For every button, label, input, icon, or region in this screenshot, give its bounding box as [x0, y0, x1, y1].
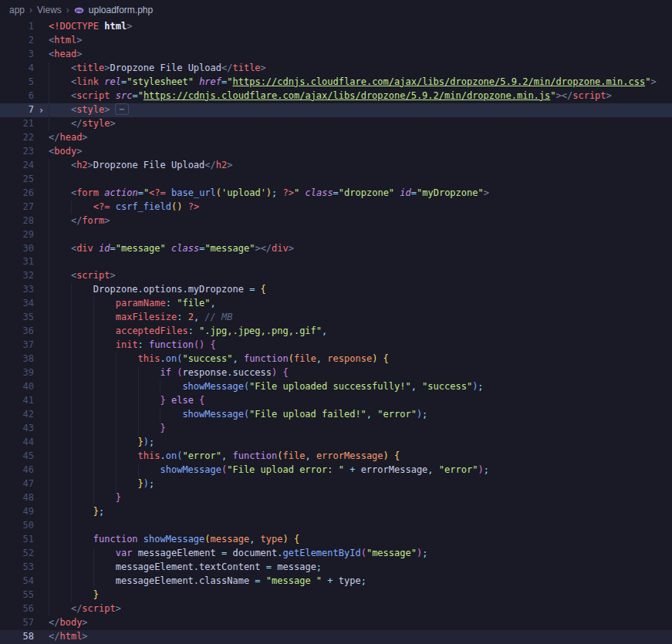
code-line-42[interactable]: 42 showMessage("File upload failed!", "e… — [0, 408, 672, 422]
code-line-30[interactable]: 30 <div id="message" class="message"></d… — [0, 242, 672, 256]
code-line-35[interactable]: 35 maxFilesize: 2, // MB — [0, 311, 672, 325]
code-line-4[interactable]: 4 <title>Dropzone File Upload</title> — [0, 62, 672, 76]
line-number[interactable]: 54 — [0, 575, 34, 588]
line-number[interactable]: 52 — [0, 547, 34, 561]
line-number[interactable]: 56 — [0, 602, 34, 616]
line-number[interactable]: 38 — [0, 352, 34, 366]
line-number[interactable]: 1 — [0, 20, 34, 34]
line-number[interactable]: 42 — [0, 408, 34, 422]
line-number[interactable]: 37 — [0, 339, 34, 352]
line-number[interactable]: 22 — [0, 131, 34, 145]
code-token: ( — [277, 450, 282, 461]
line-number[interactable]: 28 — [0, 214, 34, 228]
code-line-36[interactable]: 36 acceptedFiles: ".jpg,.jpeg,.png,.gif"… — [0, 325, 672, 339]
line-number[interactable]: 45 — [0, 450, 34, 464]
code-line-41[interactable]: 41 } else { — [0, 394, 672, 408]
code-line-39[interactable]: 39 if (response.success) { — [0, 366, 672, 380]
line-number[interactable]: 21 — [0, 117, 34, 131]
code-line-53[interactable]: 53 messageElement.textContent = message; — [0, 561, 672, 575]
line-number[interactable]: 25 — [0, 173, 34, 187]
code-line-25[interactable]: 25 — [0, 173, 672, 187]
line-number[interactable]: 32 — [0, 269, 34, 283]
line-number[interactable]: 27 — [0, 201, 34, 214]
code-line-29[interactable]: 29 — [0, 228, 672, 242]
code-line-22[interactable]: 22</head> — [0, 131, 672, 145]
line-number[interactable]: 6 — [0, 89, 34, 103]
code-line-40[interactable]: 40 showMessage("File uploaded successful… — [0, 380, 672, 394]
code-line-55[interactable]: 55 } — [0, 588, 672, 602]
line-number[interactable]: 51 — [0, 533, 34, 547]
code-line-38[interactable]: 38 this.on("success", function(file, res… — [0, 352, 672, 366]
line-number[interactable]: 58 — [0, 630, 34, 644]
line-number[interactable]: 26 — [0, 187, 34, 201]
line-number[interactable]: 53 — [0, 561, 34, 575]
code-line-32[interactable]: 32 <script> — [0, 269, 672, 283]
line-number[interactable]: 3 — [0, 48, 34, 62]
line-number[interactable]: 24 — [0, 159, 34, 173]
line-number[interactable]: 23 — [0, 145, 34, 159]
code-line-48[interactable]: 48 } — [0, 491, 672, 505]
breadcrumb-item-file[interactable]: uploadform.php — [89, 5, 153, 15]
indent-guide — [49, 533, 49, 547]
code-line-27[interactable]: 27 <?= csrf_field() ?> — [0, 201, 672, 214]
line-number[interactable]: 57 — [0, 616, 34, 630]
breadcrumb-item-views[interactable]: Views — [37, 5, 62, 15]
code-line-49[interactable]: 49 }; — [0, 505, 672, 519]
line-number[interactable]: 36 — [0, 325, 34, 339]
line-number[interactable]: 7 — [0, 103, 34, 117]
code-line-5[interactable]: 5 <link rel="stylesheet" href="https://c… — [0, 76, 672, 89]
code-token: ( — [204, 534, 210, 545]
code-text: init: function() { — [49, 339, 672, 352]
line-number[interactable]: 35 — [0, 311, 34, 325]
code-line-43[interactable]: 43 } — [0, 422, 672, 436]
line-number[interactable]: 49 — [0, 505, 34, 519]
code-line-50[interactable]: 50 — [0, 519, 672, 533]
code-line-51[interactable]: 51 function showMessage(message, type) { — [0, 533, 672, 547]
line-number[interactable]: 2 — [0, 34, 34, 48]
code-line-57[interactable]: 57</body> — [0, 616, 672, 630]
line-number[interactable]: 33 — [0, 283, 34, 297]
code-line-47[interactable]: 47 }); — [0, 477, 672, 491]
code-line-1[interactable]: 1<!DOCTYPE html> — [0, 20, 672, 34]
code-line-44[interactable]: 44 }); — [0, 436, 672, 450]
code-line-28[interactable]: 28 </form> — [0, 214, 672, 228]
code-line-56[interactable]: 56 </script> — [0, 602, 672, 616]
line-number[interactable]: 48 — [0, 491, 34, 505]
line-number[interactable]: 47 — [0, 477, 34, 491]
code-line-31[interactable]: 31 — [0, 255, 672, 269]
code-line-2[interactable]: 2<html> — [0, 34, 672, 48]
folded-code-indicator[interactable]: ⋯ — [115, 103, 130, 115]
code-line-52[interactable]: 52 var messageElement = document.getElem… — [0, 547, 672, 561]
code-line-6[interactable]: 6 <script src="https://cdnjs.cloudflare.… — [0, 89, 672, 103]
code-line-45[interactable]: 45 this.on("error", function(file, error… — [0, 450, 672, 464]
code-line-37[interactable]: 37 init: function() { — [0, 339, 672, 352]
line-number[interactable]: 55 — [0, 588, 34, 602]
line-number[interactable]: 34 — [0, 297, 34, 311]
code-line-23[interactable]: 23<body> — [0, 145, 672, 159]
line-number[interactable]: 5 — [0, 76, 34, 89]
line-number[interactable]: 4 — [0, 62, 34, 76]
code-line-34[interactable]: 34 paramName: "file", — [0, 297, 672, 311]
line-number[interactable]: 43 — [0, 422, 34, 436]
line-number[interactable]: 31 — [0, 255, 34, 269]
line-number[interactable]: 40 — [0, 380, 34, 394]
code-line-26[interactable]: 26 <form action="<?= base_url('upload');… — [0, 187, 672, 201]
code-line-33[interactable]: 33 Dropzone.options.myDropzone = { — [0, 283, 672, 297]
code-line-46[interactable]: 46 showMessage("File upload error: " + e… — [0, 464, 672, 477]
code-line-24[interactable]: 24 <h2>Dropzone File Upload</h2> — [0, 159, 672, 173]
code-line-58[interactable]: 58</html> — [0, 630, 672, 644]
line-number[interactable]: 39 — [0, 366, 34, 380]
line-number[interactable]: 29 — [0, 228, 34, 242]
code-line-3[interactable]: 3<head> — [0, 48, 672, 62]
code-line-7[interactable]: 7› <style>⋯ — [0, 103, 672, 117]
line-number[interactable]: 44 — [0, 436, 34, 450]
code-line-21[interactable]: 21 </style> — [0, 117, 672, 131]
line-number[interactable]: 41 — [0, 394, 34, 408]
indent-guide — [93, 422, 94, 436]
line-number[interactable]: 30 — [0, 242, 34, 256]
fold-chevron-icon[interactable]: › — [34, 103, 49, 117]
line-number[interactable]: 50 — [0, 519, 34, 533]
code-line-54[interactable]: 54 messageElement.className = "message "… — [0, 575, 672, 588]
breadcrumb-item-app[interactable]: app — [9, 5, 25, 15]
line-number[interactable]: 46 — [0, 464, 34, 477]
